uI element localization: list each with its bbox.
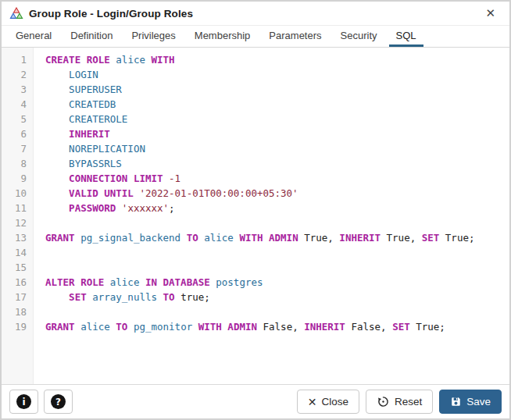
line-number: 6	[2, 126, 27, 141]
code-line: SET array_nulls TO true;	[45, 290, 509, 304]
save-button[interactable]: Save	[439, 390, 502, 414]
line-number: 17	[2, 290, 27, 304]
dialog-help-button[interactable]: ?	[44, 390, 73, 414]
line-number: 14	[2, 245, 27, 260]
line-number: 19	[2, 319, 27, 334]
line-number: 10	[2, 186, 27, 201]
close-x-icon: ✕	[308, 397, 317, 408]
line-number-gutter: 12345678910111213141516171819	[2, 48, 34, 384]
tab-bar: GeneralDefinitionPrivilegesMembershipPar…	[2, 26, 509, 48]
line-number: 4	[2, 97, 27, 112]
tab-general[interactable]: General	[9, 26, 59, 47]
tab-sql[interactable]: SQL	[389, 26, 423, 47]
code-line	[45, 260, 509, 275]
save-button-label: Save	[466, 396, 491, 408]
line-number: 15	[2, 260, 27, 275]
line-number: 7	[2, 141, 27, 156]
help-icon: ?	[51, 394, 66, 409]
code-line: CREATE ROLE alice WITH	[45, 52, 509, 67]
code-line: PASSWORD 'xxxxxx';	[45, 201, 509, 215]
line-number: 3	[2, 82, 27, 97]
reset-rotate-icon	[377, 395, 390, 408]
line-number: 13	[2, 230, 27, 245]
code-line: CREATEROLE	[45, 112, 509, 126]
code-line: GRANT alice TO pg_monitor WITH ADMIN Fal…	[45, 319, 509, 334]
tab-privileges[interactable]: Privileges	[124, 26, 182, 47]
sql-code-content: CREATE ROLE alice WITH LOGIN SUPERUSER C…	[34, 48, 509, 384]
code-line: CREATEDB	[45, 97, 509, 112]
footer-actions: ✕ Close Reset	[297, 390, 502, 414]
line-number: 12	[2, 215, 27, 230]
tab-membership[interactable]: Membership	[188, 26, 258, 47]
code-line: CONNECTION LIMIT -1	[45, 171, 509, 186]
dialog-title: Group Role - Login/Group Roles	[29, 8, 193, 20]
close-button-label: Close	[321, 396, 348, 408]
code-line: LOGIN	[45, 67, 509, 82]
code-line	[45, 245, 509, 260]
line-number: 1	[2, 52, 27, 67]
dialog-footer: i ? ✕ Close Reset	[2, 384, 509, 418]
dialog-titlebar: Group Role - Login/Group Roles ✕	[2, 2, 509, 26]
line-number: 11	[2, 201, 27, 215]
line-number: 16	[2, 275, 27, 290]
tab-parameters[interactable]: Parameters	[262, 26, 328, 47]
close-button[interactable]: ✕ Close	[297, 390, 359, 414]
code-line: GRANT pg_signal_backend TO alice WITH AD…	[45, 230, 509, 245]
code-line: NOREPLICATION	[45, 141, 509, 156]
line-number: 18	[2, 304, 27, 319]
reset-button-label: Reset	[395, 396, 422, 408]
tab-definition[interactable]: Definition	[63, 26, 120, 47]
code-line: INHERIT	[45, 126, 509, 141]
code-line	[45, 215, 509, 230]
line-number: 8	[2, 156, 27, 171]
line-number: 2	[2, 67, 27, 82]
line-number: 9	[2, 171, 27, 186]
sql-editor[interactable]: 12345678910111213141516171819 CREATE ROL…	[2, 48, 509, 384]
dialog-close-icon[interactable]: ✕	[482, 6, 498, 21]
reset-button[interactable]: Reset	[366, 390, 433, 414]
sql-help-button[interactable]: i	[9, 390, 38, 414]
tab-security[interactable]: Security	[334, 26, 384, 47]
code-line: BYPASSRLS	[45, 156, 509, 171]
code-line	[45, 304, 509, 319]
code-line: SUPERUSER	[45, 82, 509, 97]
line-number: 5	[2, 112, 27, 126]
code-line: VALID UNTIL '2022-01-01T00:00:00+05:30'	[45, 186, 509, 201]
group-role-dialog: Group Role - Login/Group Roles ✕ General…	[0, 0, 511, 420]
save-floppy-icon	[450, 396, 462, 408]
info-icon: i	[16, 394, 31, 409]
group-role-icon	[9, 7, 23, 20]
code-line: ALTER ROLE alice IN DATABASE postgres	[45, 275, 509, 290]
